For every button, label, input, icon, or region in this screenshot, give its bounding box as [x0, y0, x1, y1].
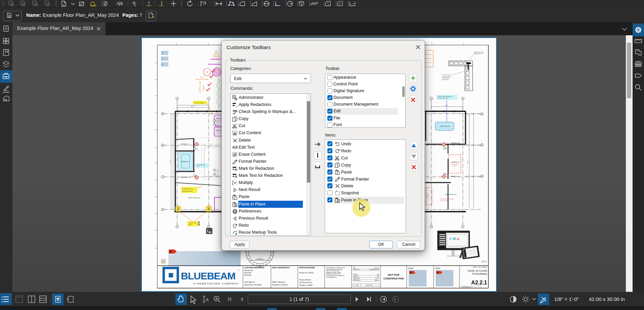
svg-text:W-3: W-3	[443, 176, 445, 178]
svg-text:AJM: AJM	[377, 276, 379, 277]
svg-text:ABC: ABC	[233, 110, 238, 112]
svg-text:OF BLUEBEAM, INC.: OF BLUEBEAM, INC.	[326, 277, 337, 278]
svg-text:1: 1	[154, 95, 155, 96]
svg-text:for Open Office areas?: for Open Office areas?	[438, 98, 449, 99]
svg-text:1C: 1C	[206, 71, 209, 73]
svg-text:MEETING 246: MEETING 246	[451, 143, 460, 144]
svg-text:32'-2": 32'-2"	[445, 105, 448, 106]
svg-text:Checker: Checker	[375, 278, 379, 279]
svg-text:REV: REV	[357, 285, 359, 286]
svg-text:Mechanical: Mechanical	[244, 269, 253, 271]
svg-text:CONFERENCE 249: CONFERENCE 249	[181, 161, 190, 162]
svg-text:1: 1	[154, 112, 155, 114]
svg-text:MEETING: MEETING	[216, 118, 222, 119]
svg-text:2E: 2E	[162, 58, 163, 60]
svg-text:W-3: W-3	[443, 144, 445, 146]
svg-text:Electrical: Electrical	[244, 272, 251, 274]
svg-text:CONFERENCE 205: CONFERENCE 205	[450, 162, 459, 163]
svg-text:here?: here?	[197, 166, 199, 167]
svg-text:STAMP:: STAMP:	[435, 268, 441, 269]
svg-text:!: !	[215, 54, 216, 56]
svg-text:See furniture plan for Open: See furniture plan for Open	[440, 198, 454, 200]
svg-text:Approver: Approver	[375, 280, 379, 281]
svg-text:CHECKED BY: CHECKED BY	[353, 278, 360, 279]
svg-text:Provide details on: Provide details on	[182, 188, 193, 190]
svg-text:120.0: 120.0	[217, 132, 220, 133]
svg-text:EXPRESS WRITTEN PERMISSION: EXPRESS WRITTEN PERMISSION	[326, 275, 345, 276]
svg-text:B: B	[236, 146, 238, 149]
svg-text:OPEN OFFICE 222: OPEN OFFICE 222	[445, 194, 456, 195]
svg-text:0000: 0000	[377, 274, 379, 275]
svg-text:MEETING 247: MEETING 247	[181, 143, 190, 145]
svg-text:100.0: 100.0	[217, 120, 220, 121]
svg-text:REVU ARCHITECTS: REVU ARCHITECTS	[272, 267, 289, 269]
svg-text:W-3: W-3	[196, 144, 198, 145]
svg-text:A: A	[482, 144, 483, 146]
svg-text:1234 Miller St.: 1234 Miller St.	[244, 281, 255, 283]
svg-text:1: 1	[431, 42, 432, 43]
svg-text:1/4" dia. thru holes: 1/4" dia. thru holes	[442, 74, 451, 76]
svg-text:B: B	[120, 1, 123, 6]
svg-text:1: 1	[154, 196, 155, 197]
svg-text:A: A	[162, 113, 163, 115]
svg-text:DEMONSTRATION PURPOSES: DEMONSTRATION PURPOSES	[326, 269, 343, 270]
svg-text:BLUEBEAM: BLUEBEAM	[181, 270, 235, 281]
svg-text:APPROVED BY: APPROVED BY	[353, 280, 361, 281]
svg-text:CONSTRUCTION: CONSTRUCTION	[384, 277, 404, 280]
svg-text:THIS DRAWING IS INTENDED FOR: THIS DRAWING IS INTENDED FOR	[326, 267, 345, 269]
svg-text:4'-0": 4'-0"	[203, 87, 205, 90]
svg-text:#: #	[354, 285, 354, 286]
svg-text:A NEMETSCHEK COMPANY: A NEMETSCHEK COMPANY	[194, 282, 239, 285]
svg-text:A: A	[482, 176, 483, 177]
svg-text:A2.2.1: A2.2.1	[471, 280, 487, 285]
svg-text:36'-5": 36'-5"	[191, 106, 194, 107]
svg-text:reinforcement: reinforcement	[442, 79, 449, 80]
svg-text:Storage?: Storage?	[427, 194, 429, 198]
svg-text:1: 1	[175, 42, 176, 43]
svg-text:ISSUED FOR: ISSUED FOR	[353, 269, 360, 270]
svg-text:PLAN (Marks): PLAN (Marks)	[472, 273, 487, 275]
svg-text:OPEN OFFICE 218: OPEN OFFICE 218	[440, 126, 450, 127]
svg-text:INTERNAL REVIEW: INTERNAL REVIEW	[369, 269, 379, 270]
svg-text:3E: 3E	[162, 64, 163, 65]
svg-text:A: A	[232, 146, 235, 149]
svg-text:1: 1	[154, 62, 155, 64]
svg-text:123 Schonsett St: 123 Schonsett St	[299, 281, 312, 283]
svg-text:MEETING: MEETING	[216, 130, 222, 131]
svg-text:LEVEL 02 FLOOR: LEVEL 02 FLOOR	[468, 270, 487, 272]
svg-text:Pasadena CA 91101: Pasadena CA 91101	[272, 284, 288, 286]
svg-text:PURPOSE WITHOUT THE: PURPOSE WITHOUT THE	[326, 273, 340, 275]
svg-text:DRAWN BY: DRAWN BY	[353, 276, 359, 277]
svg-text:OFFICE BUILDING: OFFICE BUILDING	[299, 267, 315, 269]
svg-text:SHEET TITLE & NUMBER: SHEET TITLE & NUMBER	[473, 267, 487, 268]
svg-text:Column wrap: Column wrap	[188, 222, 196, 224]
svg-text:STAMP:: STAMP:	[408, 268, 414, 269]
svg-text:1: 1	[154, 213, 155, 214]
svg-text:Is panel required: Is panel required	[197, 164, 205, 165]
svg-text:1 (1 of 7): 1 (1 of 7)	[289, 297, 309, 302]
svg-text:flooring transition: flooring transition	[182, 190, 192, 192]
svg-text:A:2-1: A:2-1	[481, 260, 487, 263]
svg-text:OPEN OFFICE 244: OPEN OFFICE 244	[188, 197, 200, 199]
svg-text:B: B	[162, 145, 163, 146]
svg-text:Office area layout: Office area layout	[440, 200, 449, 201]
svg-text:PROJECT: PROJECT	[353, 274, 358, 275]
svg-text:W-3: W-3	[196, 177, 198, 179]
svg-text:Chicago, IL 60601: Chicago, IL 60601	[299, 284, 313, 286]
svg-text:1: 1	[154, 162, 155, 163]
svg-text:D: D	[162, 209, 163, 210]
svg-text:MEETING 206: MEETING 206	[451, 176, 459, 177]
svg-text:CAPTURE ENGINEERS: CAPTURE ENGINEERS	[244, 267, 265, 269]
svg-text:10/24/2012: 10/24/2012	[374, 267, 379, 269]
svg-text:1: 1	[463, 42, 464, 43]
svg-text:DATE: DATE	[353, 267, 356, 269]
svg-text:ONLY. DO NOT USE THIS: ONLY. DO NOT USE THIS	[326, 270, 340, 272]
svg-text:Project No: 323232: Project No: 323232	[299, 272, 314, 274]
svg-text:Conference Area: Conference Area	[451, 164, 458, 165]
svg-text:17.0x7 ft: 17.0x7 ft	[453, 165, 456, 167]
svg-text:7'-6": 7'-6"	[198, 87, 200, 90]
svg-text:1: 1	[154, 230, 155, 231]
svg-text:MEETING 245: MEETING 245	[181, 177, 190, 178]
svg-text:1: 1	[207, 42, 208, 43]
svg-text:36'-5": 36'-5"	[170, 160, 171, 163]
